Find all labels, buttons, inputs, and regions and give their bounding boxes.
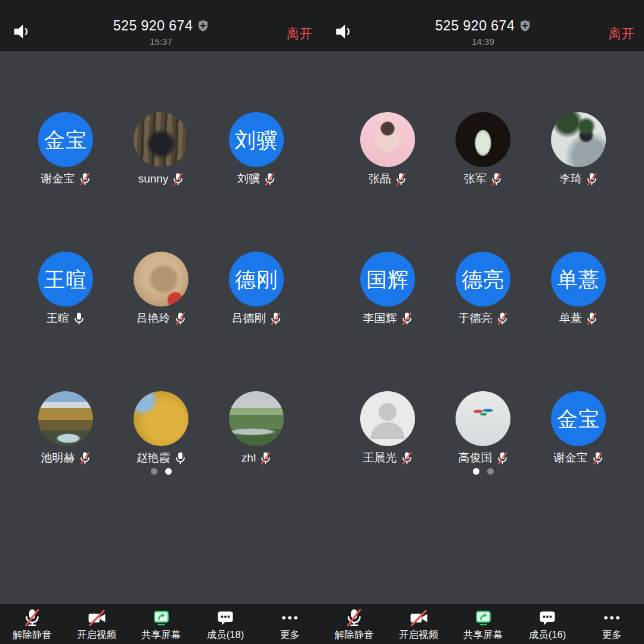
participant-avatar [38, 391, 93, 446]
avatar-initials: 刘骥 [235, 129, 278, 150]
participant-name: 池明赫 [41, 450, 75, 466]
participant-avatar [134, 252, 188, 306]
participant-tile[interactable]: 池明赫 [18, 391, 113, 475]
mic-muted-icon [260, 451, 271, 465]
participant-tile[interactable]: sunny [113, 112, 209, 186]
participant-name: 赵艳霞 [137, 450, 171, 466]
page-indicator-dots [151, 468, 172, 475]
participant-avatar: 单薏 [551, 252, 606, 306]
toolbar-button-label: 开启视频 [399, 628, 438, 642]
toolbar-button-label: 成员(18) [207, 628, 244, 642]
participant-name: 刘骥 [237, 171, 260, 187]
participant-tile[interactable]: 金宝 谢金宝 [18, 112, 113, 186]
mic-muted-icon [586, 172, 597, 186]
leave-button[interactable]: 离开 [286, 25, 312, 43]
shield-plus-icon [519, 20, 531, 32]
participant-tile[interactable]: 高俊国 [435, 391, 531, 475]
participant-tile[interactable]: 王暄 王暄 [18, 252, 113, 326]
mic-muted-icon [497, 451, 508, 465]
participant-name: 单薏 [559, 311, 582, 326]
toolbar-button-label: 解除静音 [335, 628, 374, 642]
participant-tile[interactable]: 张晶 [340, 112, 435, 186]
leave-button[interactable]: 离开 [608, 25, 634, 43]
participant-name: 吕德刚 [232, 311, 266, 326]
toolbar-start-video-button[interactable]: 开启视频 [64, 604, 129, 644]
mic-muted-icon [23, 608, 42, 627]
mic-muted-icon [401, 312, 413, 326]
meeting-toolbar: 解除静音 开启视频 共享屏幕 成员(18) 更多 [0, 604, 322, 644]
screen-share-icon [151, 608, 171, 627]
participant-name: 王暄 [47, 311, 69, 326]
members-icon [216, 608, 235, 627]
toolbar-button-label: 更多 [602, 628, 622, 642]
mic-muted-icon [345, 608, 364, 627]
participant-tile[interactable]: 单薏 单薏 [531, 252, 626, 326]
mic-muted-icon [270, 312, 281, 326]
mic-muted-icon [79, 451, 91, 465]
toolbar-share-screen-button[interactable]: 共享屏幕 [129, 604, 193, 644]
participant-name: 张晶 [369, 171, 391, 187]
mic-muted-icon [497, 312, 508, 326]
participant-tile[interactable]: 德亮 于德亮 [435, 252, 531, 326]
members-icon [538, 608, 557, 627]
participant-name: 张军 [464, 171, 487, 187]
meeting-content: 金宝 谢金宝 sunny 刘骥 刘骥 王暄 王暄 吕艳玲 [0, 51, 322, 604]
mic-muted-icon [264, 172, 275, 186]
toolbar-members-button[interactable]: 成员(16) [515, 604, 580, 644]
page-dot [473, 468, 479, 475]
participant-tile[interactable]: 金宝 谢金宝 [531, 391, 626, 475]
camera-off-icon [409, 608, 428, 627]
shield-plus-icon [197, 20, 209, 32]
participant-name: 谢金宝 [554, 450, 588, 466]
participant-name: 高俊国 [459, 450, 493, 466]
participant-tile[interactable]: 李琦 [531, 112, 626, 186]
participant-avatar [456, 391, 510, 446]
participant-tile[interactable]: 吕艳玲 [113, 252, 209, 326]
meeting-content: 张晶 张军 李琦 国辉 李国辉 德亮 于德亮 单薏 单薏 [322, 51, 644, 604]
participant-tile[interactable]: 刘骥 刘骥 [209, 112, 304, 186]
toolbar-unmute-button[interactable]: 解除静音 [322, 604, 386, 644]
page-dot [151, 468, 157, 475]
page-dot [165, 468, 172, 475]
participant-avatar [229, 391, 284, 446]
participant-avatar: 金宝 [551, 391, 606, 446]
participant-avatar [360, 391, 415, 446]
toolbar-more-button[interactable]: 更多 [258, 604, 322, 644]
toolbar-button-label: 更多 [280, 628, 300, 642]
participant-tile[interactable]: 王晨光 [340, 391, 435, 475]
meeting-toolbar: 解除静音 开启视频 共享屏幕 成员(16) 更多 [322, 604, 644, 644]
participant-tile[interactable]: zhl [209, 391, 304, 475]
participant-avatar: 国辉 [360, 252, 415, 306]
toolbar-more-button[interactable]: 更多 [580, 604, 644, 644]
toolbar-members-button[interactable]: 成员(18) [193, 604, 258, 644]
toolbar-unmute-button[interactable]: 解除静音 [0, 604, 64, 644]
participant-avatar: 德刚 [229, 252, 284, 306]
mic-muted-icon [172, 172, 184, 186]
avatar-initials: 金宝 [557, 408, 600, 429]
meeting-time: 15:37 [150, 36, 172, 47]
participant-avatar: 金宝 [38, 112, 93, 167]
participant-name: 于德亮 [459, 311, 493, 326]
meeting-topbar: 525 920 674 15:37 离开 [0, 0, 322, 51]
meeting-screen: 525 920 674 15:37 离开 金宝 谢金宝 sunny 刘骥 刘骥 [0, 0, 322, 644]
toolbar-share-screen-button[interactable]: 共享屏幕 [451, 604, 515, 644]
participant-tile[interactable]: 德刚 吕德刚 [209, 252, 304, 326]
participant-name: sunny [138, 172, 169, 185]
participant-tile[interactable]: 国辉 李国辉 [340, 252, 435, 326]
meeting-info: 525 920 674 15:37 [0, 18, 322, 47]
toolbar-button-label: 解除静音 [13, 628, 52, 642]
participant-name: 王晨光 [363, 450, 397, 466]
mic-muted-icon [491, 172, 502, 186]
meeting-id: 525 920 674 [435, 18, 515, 34]
participant-tile[interactable]: 张军 [435, 112, 531, 186]
toolbar-start-video-button[interactable]: 开启视频 [386, 604, 451, 644]
toolbar-button-label: 开启视频 [77, 628, 116, 642]
mic-muted-icon [79, 172, 91, 186]
participant-tile[interactable]: 赵艳霞 [113, 391, 209, 475]
avatar-initials: 德刚 [235, 269, 278, 290]
participant-grid: 张晶 张军 李琦 国辉 李国辉 德亮 于德亮 单薏 单薏 [322, 51, 644, 475]
participant-avatar: 德亮 [456, 252, 510, 306]
participant-name: 吕艳玲 [137, 311, 171, 326]
mic-muted-icon [175, 312, 186, 326]
screen-share-icon [473, 608, 493, 627]
